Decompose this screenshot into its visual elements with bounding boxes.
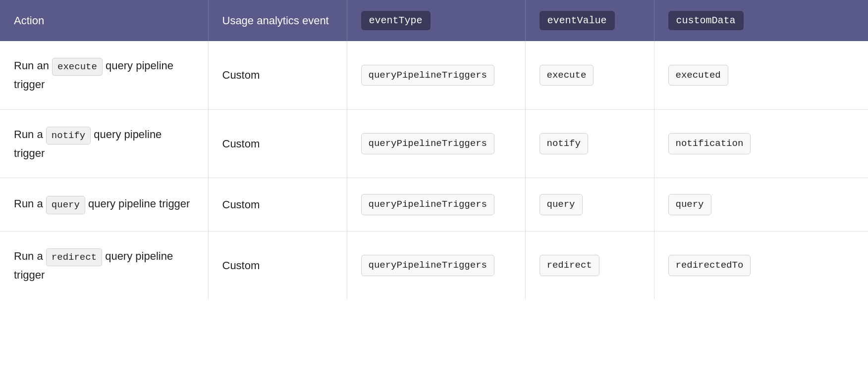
action-cell-2: Run a query query pipeline trigger	[0, 178, 208, 232]
analytics-header-label: Usage analytics event	[222, 14, 329, 27]
action-code-3: redirect	[46, 248, 102, 266]
customdata-cell-3: redirectedTo	[654, 231, 868, 299]
customdata-cell-1: notification	[654, 109, 868, 178]
eventvalue-cell-1: notify	[525, 109, 654, 178]
action-code-2: query	[46, 196, 85, 214]
col-header-action: Action	[0, 0, 208, 41]
table-row: Run a redirect query pipeline triggerCus…	[0, 231, 868, 299]
col-header-eventtype: eventType	[347, 0, 525, 41]
action-text-1: Run a notify query pipeline trigger	[14, 128, 162, 159]
eventtype-header-label: eventType	[361, 11, 431, 30]
customdata-header-label: customData	[668, 11, 744, 30]
action-code-0: execute	[52, 58, 103, 76]
eventtype-cell-1: queryPipelineTriggers	[347, 109, 525, 178]
customdata-value-3: redirectedTo	[668, 255, 751, 276]
eventtype-cell-3: queryPipelineTriggers	[347, 231, 525, 299]
action-text-3: Run a redirect query pipeline trigger	[14, 250, 173, 281]
col-header-eventvalue: eventValue	[525, 0, 654, 41]
eventvalue-cell-0: execute	[525, 41, 654, 109]
customdata-cell-0: executed	[654, 41, 868, 109]
eventtype-cell-2: queryPipelineTriggers	[347, 178, 525, 232]
eventtype-value-1: queryPipelineTriggers	[361, 133, 494, 154]
analytics-value-1: Custom	[222, 138, 260, 150]
action-text-0: Run an execute query pipeline trigger	[14, 59, 173, 91]
customdata-value-2: query	[668, 194, 711, 215]
analytics-value-2: Custom	[222, 198, 260, 211]
eventvalue-value-3: redirect	[540, 255, 599, 276]
table-row: Run a notify query pipeline triggerCusto…	[0, 109, 868, 178]
customdata-value-1: notification	[668, 133, 751, 154]
action-cell-0: Run an execute query pipeline trigger	[0, 41, 208, 109]
action-code-1: notify	[46, 127, 91, 144]
analytics-table: Action Usage analytics event eventType e…	[0, 0, 868, 299]
analytics-cell-2: Custom	[208, 178, 347, 232]
eventvalue-value-0: execute	[540, 65, 594, 86]
customdata-value-0: executed	[668, 65, 728, 86]
analytics-cell-0: Custom	[208, 41, 347, 109]
action-header-label: Action	[14, 14, 44, 27]
eventvalue-cell-3: redirect	[525, 231, 654, 299]
eventvalue-value-1: notify	[540, 133, 588, 154]
col-header-analytics: Usage analytics event	[208, 0, 347, 41]
customdata-cell-2: query	[654, 178, 868, 232]
table-row: Run an execute query pipeline triggerCus…	[0, 41, 868, 109]
analytics-cell-1: Custom	[208, 109, 347, 178]
eventtype-value-3: queryPipelineTriggers	[361, 255, 494, 276]
eventvalue-value-2: query	[540, 194, 583, 215]
action-cell-1: Run a notify query pipeline trigger	[0, 109, 208, 178]
action-cell-3: Run a redirect query pipeline trigger	[0, 231, 208, 299]
eventtype-value-2: queryPipelineTriggers	[361, 194, 494, 215]
analytics-value-0: Custom	[222, 69, 260, 81]
analytics-cell-3: Custom	[208, 231, 347, 299]
eventvalue-cell-2: query	[525, 178, 654, 232]
table-row: Run a query query pipeline triggerCustom…	[0, 178, 868, 232]
analytics-value-3: Custom	[222, 259, 260, 272]
col-header-customdata: customData	[654, 0, 868, 41]
eventtype-cell-0: queryPipelineTriggers	[347, 41, 525, 109]
eventvalue-header-label: eventValue	[540, 11, 615, 30]
action-text-2: Run a query query pipeline trigger	[14, 197, 190, 210]
eventtype-value-0: queryPipelineTriggers	[361, 65, 494, 86]
